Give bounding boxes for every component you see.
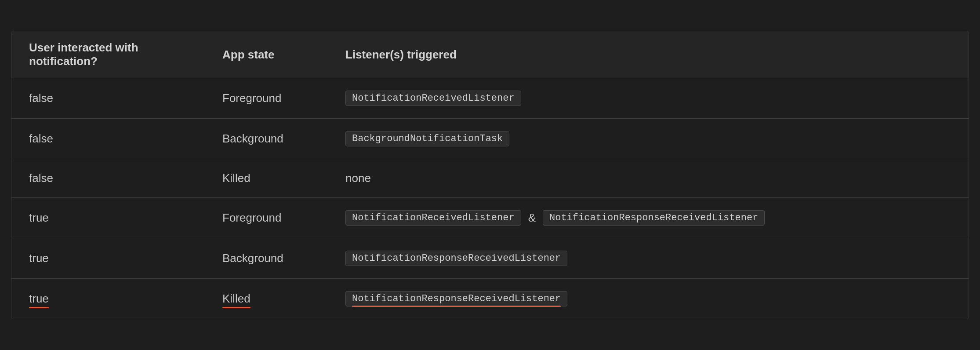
cell-listeners: none — [328, 159, 969, 198]
header-interacted: User interacted with notification? — [11, 31, 205, 78]
cell-state: Foreground — [205, 198, 328, 238]
cell-listeners: BackgroundNotificationTask — [328, 119, 969, 159]
cell-interacted: true — [11, 279, 205, 319]
cell-interacted: false — [11, 78, 205, 119]
cell-listeners: NotificationReceivedListener&Notificatio… — [328, 198, 969, 238]
cell-interacted: false — [11, 159, 205, 198]
cell-state: Background — [205, 238, 328, 279]
notification-table: User interacted with notification? App s… — [11, 31, 969, 319]
header-listeners: Listener(s) triggered — [328, 31, 969, 78]
listener-badge: NotificationResponseReceivedListener — [345, 251, 567, 266]
cell-listeners: NotificationReceivedListener — [328, 78, 969, 119]
cell-state: Killed — [205, 279, 328, 319]
header-state: App state — [205, 31, 328, 78]
listener-badge: NotificationReceivedListener — [345, 210, 521, 226]
table-row: trueForegroundNotificationReceivedListen… — [11, 198, 969, 238]
table-row: falseForegroundNotificationReceivedListe… — [11, 78, 969, 119]
table-header-row: User interacted with notification? App s… — [11, 31, 969, 78]
table-row: trueBackgroundNotificationResponseReceiv… — [11, 238, 969, 279]
cell-listeners: NotificationResponseReceivedListener — [328, 238, 969, 279]
cell-state: Foreground — [205, 78, 328, 119]
listener-text: none — [345, 171, 371, 185]
cell-state: Background — [205, 119, 328, 159]
listener-badge: NotificationReceivedListener — [345, 91, 521, 106]
listener-badge: BackgroundNotificationTask — [345, 131, 509, 146]
amp-separator: & — [528, 211, 536, 225]
cell-listeners: NotificationResponseReceivedListener — [328, 279, 969, 319]
table-row: trueKilledNotificationResponseReceivedLi… — [11, 279, 969, 319]
listener-badge: NotificationResponseReceivedListener — [543, 210, 765, 226]
cell-interacted: true — [11, 198, 205, 238]
cell-interacted: false — [11, 119, 205, 159]
table-row: falseKillednone — [11, 159, 969, 198]
listener-badge: NotificationResponseReceivedListener — [345, 291, 567, 306]
table-row: falseBackgroundBackgroundNotificationTas… — [11, 119, 969, 159]
cell-state: Killed — [205, 159, 328, 198]
cell-interacted: true — [11, 238, 205, 279]
